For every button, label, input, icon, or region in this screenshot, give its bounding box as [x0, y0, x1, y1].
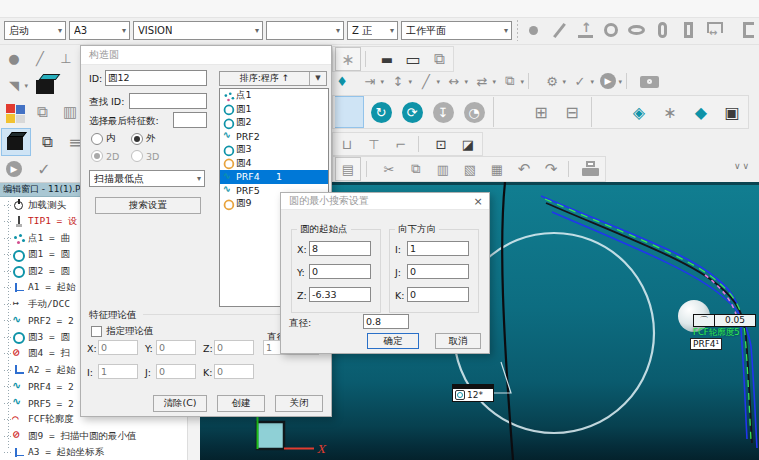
startup-combo[interactable]: 启动▾	[4, 21, 66, 40]
find-id-field[interactable]	[129, 93, 207, 109]
2d-radio[interactable]: 2D	[91, 150, 119, 162]
list-item-circle4[interactable]: 圆4	[220, 157, 328, 171]
prf4-tag[interactable]: PRF4¹	[690, 339, 722, 350]
view-orient-icon[interactable]: ◥	[2, 74, 26, 96]
cad-cube-icon[interactable]	[31, 71, 63, 99]
list-item-point1[interactable]: 点1	[220, 89, 328, 103]
list-item-circle1[interactable]: 圆1	[220, 103, 328, 117]
check-program-icon[interactable]: ✓	[32, 158, 56, 180]
path-settings-icon[interactable]: ⚙	[540, 70, 564, 92]
list-item-prf4[interactable]: PRF4 1	[220, 170, 328, 184]
sort-button[interactable]: 排序:程序 ↑ ▼	[219, 71, 327, 86]
list-item-prf2[interactable]: PRF2	[220, 130, 328, 144]
ellipse-feature-icon[interactable]	[625, 19, 649, 41]
theo-k-field[interactable]: 0	[214, 364, 254, 379]
rotate-view-icon[interactable]: ↻	[367, 97, 395, 127]
protect-doc-icon[interactable]: ⊡	[429, 133, 453, 155]
close-button[interactable]: 关闭	[275, 395, 323, 412]
report-form-icon[interactable]: ▤	[335, 157, 361, 181]
3d-radio[interactable]: 3D	[131, 150, 159, 162]
probe-combo[interactable]: VISION▾	[133, 21, 263, 40]
profile-rect-icon[interactable]: ▭	[401, 48, 425, 70]
list-item-circle2[interactable]: 圆2	[220, 116, 328, 130]
profile-line-icon[interactable]: ▬	[375, 48, 399, 70]
start-x-field[interactable]: 8	[309, 241, 371, 256]
fixture-icon[interactable]: ⊔	[335, 133, 359, 155]
theo-y-field[interactable]: 0	[156, 340, 196, 355]
marquee-select-icon[interactable]: ▧	[458, 158, 482, 180]
perp-small-icon[interactable]: ⊥	[54, 47, 78, 69]
theo-z-field[interactable]: 0	[214, 340, 254, 355]
window-save-icon[interactable]: ⧉	[427, 48, 451, 70]
specify-theoretical-checkbox[interactable]: 指定理论值	[91, 325, 154, 338]
square-slot-feature-icon[interactable]	[677, 19, 701, 41]
create-button[interactable]: 创建	[217, 395, 265, 412]
move-vertical-icon[interactable]: ↕	[386, 70, 410, 92]
line-feature-icon[interactable]	[547, 19, 571, 41]
tree-item-circle9[interactable]: 圆9 = 扫描中圆的最小值	[0, 428, 188, 445]
probe-down-icon[interactable]: ↧	[429, 97, 457, 127]
execute-icon[interactable]: ▶	[596, 70, 620, 92]
orbit-view-icon[interactable]: ⟳	[398, 97, 426, 127]
search-settings-button[interactable]: 搜索设置	[95, 197, 201, 214]
list-item-circle3[interactable]: 圆3	[220, 143, 328, 157]
diameter-field[interactable]: 0.8	[363, 314, 409, 329]
last-count-field[interactable]	[173, 112, 207, 128]
grid-clipboard-icon[interactable]: ▦	[485, 158, 509, 180]
inner-radio[interactable]: 内	[91, 132, 116, 145]
protect-cube-icon[interactable]: ◪	[456, 133, 480, 155]
tree-item-a3[interactable]: A3 = 起始坐标系	[0, 445, 188, 460]
line-tool-icon[interactable]: ╱	[414, 70, 438, 92]
redo-icon[interactable]: ↷	[539, 158, 563, 180]
clipboard-send-icon[interactable]: ⊟	[558, 97, 586, 127]
cut-icon[interactable]: ✂	[377, 158, 401, 180]
method-combo[interactable]: 扫描最低点 ▾	[89, 170, 205, 187]
sort-dropdown-icon[interactable]: ▼	[309, 72, 326, 85]
start-z-field[interactable]: -6.33	[309, 287, 371, 302]
clipboard-add-icon[interactable]: ⊞	[527, 97, 555, 127]
point-small-icon[interactable]: ●	[2, 47, 26, 69]
theo-x-field[interactable]: 0	[98, 340, 138, 355]
cube-snapshot-icon[interactable]: ▣	[718, 97, 746, 127]
protractor-icon[interactable]: ◔	[460, 97, 488, 127]
dir-j-field[interactable]: 0	[407, 264, 469, 279]
partial-feature-icon[interactable]	[729, 19, 753, 41]
feature-insert-icon[interactable]: ⇥	[358, 70, 382, 92]
verify-icon[interactable]: ✓	[568, 70, 592, 92]
window-grid-icon[interactable]: ▥	[58, 101, 82, 123]
perpendicular-feature-icon[interactable]	[573, 19, 597, 41]
undo-icon[interactable]: ↶	[512, 158, 536, 180]
probe-mount-icon[interactable]: ⊤	[362, 133, 386, 155]
window-copy-icon[interactable]: ⧉	[30, 101, 54, 123]
solid-view-icon[interactable]	[1, 128, 31, 156]
cube-pair-icon[interactable]: ⧉	[35, 131, 59, 153]
dir-k-field[interactable]: 0	[407, 287, 469, 302]
width-feature-icon[interactable]	[703, 19, 727, 41]
close-icon[interactable]: ×	[470, 195, 486, 209]
paste-icon[interactable]: ▥	[431, 158, 455, 180]
probe-toolkit-icon[interactable]: ♦	[330, 70, 354, 92]
collision-check-icon[interactable]: ∗	[656, 97, 684, 127]
ok-button[interactable]: 确定	[367, 333, 419, 349]
cancel-button[interactable]: 取消	[435, 333, 481, 349]
fcf-frame[interactable]: ⌒ 0.05	[693, 314, 756, 327]
circle-feature-icon[interactable]	[599, 19, 623, 41]
copy-icon[interactable]: ⧉	[404, 158, 428, 180]
camera-icon[interactable]	[638, 70, 662, 92]
zplus-combo[interactable]: Z 正▾	[347, 21, 398, 40]
id-field[interactable]: 圆12	[105, 70, 207, 86]
alignment-combo[interactable]: A3▾	[69, 21, 130, 40]
outer-radio[interactable]: 外	[131, 132, 156, 145]
clear-button[interactable]: 清除(C)	[153, 395, 207, 412]
window-layout-icon[interactable]	[2, 101, 26, 123]
toolbar-overflow-icon[interactable]: ∨∨	[734, 161, 751, 171]
transform-tool-icon[interactable]: ⇄	[470, 70, 494, 92]
distance-tool-icon[interactable]: ↔	[442, 70, 466, 92]
point-feature-icon[interactable]	[521, 19, 545, 41]
cube-highlight-icon[interactable]: ◈	[625, 97, 653, 127]
print-icon[interactable]	[579, 158, 603, 180]
probe-angle-icon[interactable]: ⌐	[389, 133, 413, 155]
theo-i-field[interactable]: 1	[98, 364, 138, 379]
pattern-copy-icon[interactable]: ⧉	[498, 70, 522, 92]
line-small-icon[interactable]: ╱	[28, 47, 52, 69]
